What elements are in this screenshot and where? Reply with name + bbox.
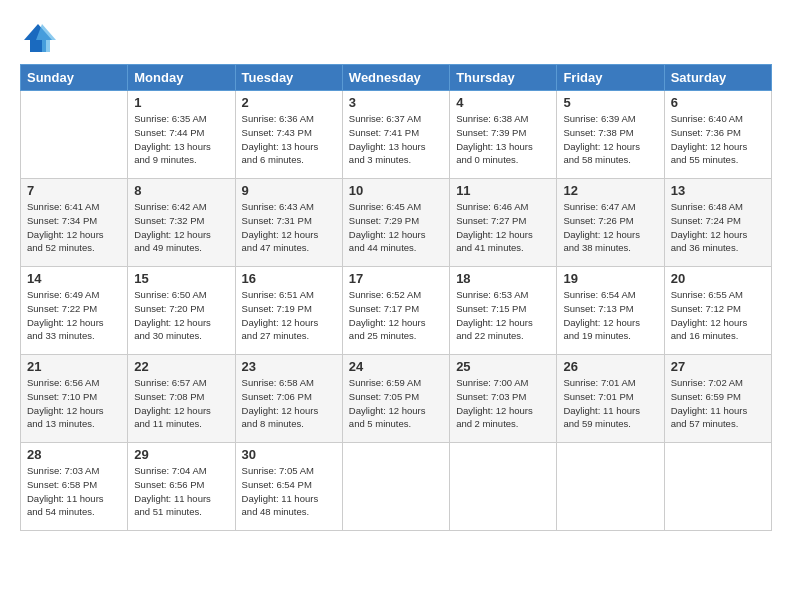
day-info: Sunrise: 7:04 AMSunset: 6:56 PMDaylight:… — [134, 464, 228, 519]
day-info: Sunrise: 6:53 AMSunset: 7:15 PMDaylight:… — [456, 288, 550, 343]
day-number: 30 — [242, 447, 336, 462]
day-cell: 4Sunrise: 6:38 AMSunset: 7:39 PMDaylight… — [450, 91, 557, 179]
day-info: Sunrise: 6:59 AMSunset: 7:05 PMDaylight:… — [349, 376, 443, 431]
day-info: Sunrise: 6:48 AMSunset: 7:24 PMDaylight:… — [671, 200, 765, 255]
day-info: Sunrise: 6:35 AMSunset: 7:44 PMDaylight:… — [134, 112, 228, 167]
day-cell: 22Sunrise: 6:57 AMSunset: 7:08 PMDayligh… — [128, 355, 235, 443]
day-number: 11 — [456, 183, 550, 198]
weekday-header-saturday: Saturday — [664, 65, 771, 91]
day-number: 26 — [563, 359, 657, 374]
day-info: Sunrise: 6:39 AMSunset: 7:38 PMDaylight:… — [563, 112, 657, 167]
day-cell: 2Sunrise: 6:36 AMSunset: 7:43 PMDaylight… — [235, 91, 342, 179]
day-info: Sunrise: 6:56 AMSunset: 7:10 PMDaylight:… — [27, 376, 121, 431]
day-number: 27 — [671, 359, 765, 374]
day-cell: 15Sunrise: 6:50 AMSunset: 7:20 PMDayligh… — [128, 267, 235, 355]
day-number: 2 — [242, 95, 336, 110]
day-info: Sunrise: 6:50 AMSunset: 7:20 PMDaylight:… — [134, 288, 228, 343]
day-cell: 9Sunrise: 6:43 AMSunset: 7:31 PMDaylight… — [235, 179, 342, 267]
day-cell: 21Sunrise: 6:56 AMSunset: 7:10 PMDayligh… — [21, 355, 128, 443]
day-number: 25 — [456, 359, 550, 374]
day-info: Sunrise: 6:40 AMSunset: 7:36 PMDaylight:… — [671, 112, 765, 167]
week-row-2: 7Sunrise: 6:41 AMSunset: 7:34 PMDaylight… — [21, 179, 772, 267]
day-info: Sunrise: 6:45 AMSunset: 7:29 PMDaylight:… — [349, 200, 443, 255]
day-info: Sunrise: 6:49 AMSunset: 7:22 PMDaylight:… — [27, 288, 121, 343]
day-number: 29 — [134, 447, 228, 462]
day-cell: 18Sunrise: 6:53 AMSunset: 7:15 PMDayligh… — [450, 267, 557, 355]
weekday-header-sunday: Sunday — [21, 65, 128, 91]
day-cell — [450, 443, 557, 531]
day-info: Sunrise: 6:55 AMSunset: 7:12 PMDaylight:… — [671, 288, 765, 343]
day-number: 7 — [27, 183, 121, 198]
day-number: 14 — [27, 271, 121, 286]
day-number: 28 — [27, 447, 121, 462]
day-number: 24 — [349, 359, 443, 374]
header — [20, 16, 772, 56]
day-info: Sunrise: 7:01 AMSunset: 7:01 PMDaylight:… — [563, 376, 657, 431]
day-info: Sunrise: 6:43 AMSunset: 7:31 PMDaylight:… — [242, 200, 336, 255]
day-info: Sunrise: 6:38 AMSunset: 7:39 PMDaylight:… — [456, 112, 550, 167]
day-info: Sunrise: 7:00 AMSunset: 7:03 PMDaylight:… — [456, 376, 550, 431]
day-cell — [21, 91, 128, 179]
day-cell: 29Sunrise: 7:04 AMSunset: 6:56 PMDayligh… — [128, 443, 235, 531]
day-cell: 16Sunrise: 6:51 AMSunset: 7:19 PMDayligh… — [235, 267, 342, 355]
day-cell: 10Sunrise: 6:45 AMSunset: 7:29 PMDayligh… — [342, 179, 449, 267]
day-number: 1 — [134, 95, 228, 110]
day-cell: 26Sunrise: 7:01 AMSunset: 7:01 PMDayligh… — [557, 355, 664, 443]
day-number: 9 — [242, 183, 336, 198]
day-cell: 14Sunrise: 6:49 AMSunset: 7:22 PMDayligh… — [21, 267, 128, 355]
day-number: 13 — [671, 183, 765, 198]
day-cell: 25Sunrise: 7:00 AMSunset: 7:03 PMDayligh… — [450, 355, 557, 443]
weekday-header-row: SundayMondayTuesdayWednesdayThursdayFrid… — [21, 65, 772, 91]
day-number: 23 — [242, 359, 336, 374]
day-number: 21 — [27, 359, 121, 374]
day-cell: 8Sunrise: 6:42 AMSunset: 7:32 PMDaylight… — [128, 179, 235, 267]
weekday-header-thursday: Thursday — [450, 65, 557, 91]
day-cell — [342, 443, 449, 531]
weekday-header-monday: Monday — [128, 65, 235, 91]
day-info: Sunrise: 6:51 AMSunset: 7:19 PMDaylight:… — [242, 288, 336, 343]
day-info: Sunrise: 6:46 AMSunset: 7:27 PMDaylight:… — [456, 200, 550, 255]
calendar-table: SundayMondayTuesdayWednesdayThursdayFrid… — [20, 64, 772, 531]
day-cell: 11Sunrise: 6:46 AMSunset: 7:27 PMDayligh… — [450, 179, 557, 267]
day-number: 17 — [349, 271, 443, 286]
day-number: 15 — [134, 271, 228, 286]
day-cell: 20Sunrise: 6:55 AMSunset: 7:12 PMDayligh… — [664, 267, 771, 355]
day-number: 22 — [134, 359, 228, 374]
day-cell: 7Sunrise: 6:41 AMSunset: 7:34 PMDaylight… — [21, 179, 128, 267]
day-number: 18 — [456, 271, 550, 286]
weekday-header-tuesday: Tuesday — [235, 65, 342, 91]
day-number: 12 — [563, 183, 657, 198]
day-cell: 27Sunrise: 7:02 AMSunset: 6:59 PMDayligh… — [664, 355, 771, 443]
day-number: 10 — [349, 183, 443, 198]
day-cell: 17Sunrise: 6:52 AMSunset: 7:17 PMDayligh… — [342, 267, 449, 355]
day-info: Sunrise: 6:52 AMSunset: 7:17 PMDaylight:… — [349, 288, 443, 343]
day-cell: 1Sunrise: 6:35 AMSunset: 7:44 PMDaylight… — [128, 91, 235, 179]
week-row-4: 21Sunrise: 6:56 AMSunset: 7:10 PMDayligh… — [21, 355, 772, 443]
day-cell — [664, 443, 771, 531]
day-number: 8 — [134, 183, 228, 198]
day-cell: 28Sunrise: 7:03 AMSunset: 6:58 PMDayligh… — [21, 443, 128, 531]
day-info: Sunrise: 7:05 AMSunset: 6:54 PMDaylight:… — [242, 464, 336, 519]
day-info: Sunrise: 7:02 AMSunset: 6:59 PMDaylight:… — [671, 376, 765, 431]
week-row-1: 1Sunrise: 6:35 AMSunset: 7:44 PMDaylight… — [21, 91, 772, 179]
main-container: SundayMondayTuesdayWednesdayThursdayFrid… — [0, 0, 792, 541]
week-row-5: 28Sunrise: 7:03 AMSunset: 6:58 PMDayligh… — [21, 443, 772, 531]
day-cell: 3Sunrise: 6:37 AMSunset: 7:41 PMDaylight… — [342, 91, 449, 179]
day-cell — [557, 443, 664, 531]
day-info: Sunrise: 6:54 AMSunset: 7:13 PMDaylight:… — [563, 288, 657, 343]
week-row-3: 14Sunrise: 6:49 AMSunset: 7:22 PMDayligh… — [21, 267, 772, 355]
day-info: Sunrise: 7:03 AMSunset: 6:58 PMDaylight:… — [27, 464, 121, 519]
day-info: Sunrise: 6:58 AMSunset: 7:06 PMDaylight:… — [242, 376, 336, 431]
day-cell: 24Sunrise: 6:59 AMSunset: 7:05 PMDayligh… — [342, 355, 449, 443]
weekday-header-friday: Friday — [557, 65, 664, 91]
day-number: 4 — [456, 95, 550, 110]
day-info: Sunrise: 6:36 AMSunset: 7:43 PMDaylight:… — [242, 112, 336, 167]
day-cell: 12Sunrise: 6:47 AMSunset: 7:26 PMDayligh… — [557, 179, 664, 267]
day-number: 16 — [242, 271, 336, 286]
logo-icon — [20, 20, 56, 56]
day-info: Sunrise: 6:41 AMSunset: 7:34 PMDaylight:… — [27, 200, 121, 255]
day-cell: 23Sunrise: 6:58 AMSunset: 7:06 PMDayligh… — [235, 355, 342, 443]
day-cell: 6Sunrise: 6:40 AMSunset: 7:36 PMDaylight… — [664, 91, 771, 179]
day-number: 3 — [349, 95, 443, 110]
day-info: Sunrise: 6:57 AMSunset: 7:08 PMDaylight:… — [134, 376, 228, 431]
